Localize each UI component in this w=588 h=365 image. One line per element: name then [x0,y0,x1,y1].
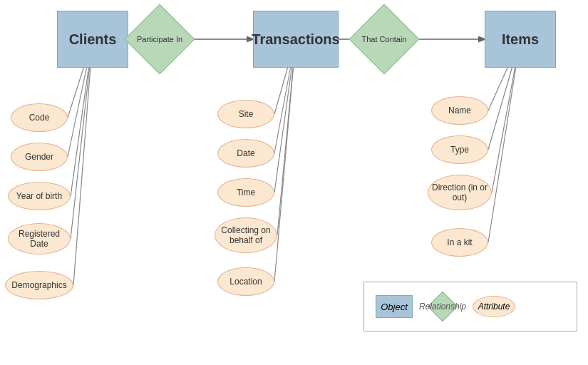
legend-object-box: Object [376,295,413,318]
attr-time: Time [217,178,274,207]
attr-kit: In a kit [431,228,488,257]
attr-code: Code [11,103,68,132]
legend-oval: Attribute [473,296,515,317]
attr-collecting: Collecting on behalf of [215,217,277,253]
entity-items: Items [485,11,556,68]
attr-name: Name [431,96,488,125]
legend-attribute: Attribute [473,296,515,317]
attr-date: Date [217,139,274,168]
participate-in-diamond [125,4,195,75]
rel-that-contain: That Contain [359,13,410,66]
legend-relationship-label: Relationship [419,302,466,312]
svg-line-17 [488,39,520,242]
legend-relationship: Relationship [427,291,458,322]
attr-demo: Demographics [5,271,73,299]
entity-transactions: Transactions [253,11,339,68]
diagram: Clients Transactions Items Participate I… [0,0,588,365]
svg-line-13 [274,39,296,282]
attr-gender: Gender [11,143,68,171]
legend-diamond-wrap: Relationship [427,291,458,322]
entity-clients: Clients [57,11,128,68]
attr-regdate: Registered Date [8,223,71,255]
rel-participate-in: Participate In [134,13,185,66]
attr-direction: Direction (in or out) [428,175,492,210]
legend-object: Object [376,295,413,318]
svg-line-7 [71,39,93,239]
svg-line-8 [73,39,93,285]
svg-line-12 [277,39,296,235]
attr-yob: Year of birth [8,182,71,210]
legend: Object Relationship Attribute [363,282,577,331]
that-contain-diamond [349,4,420,75]
attr-location: Location [217,267,274,296]
attr-type: Type [431,135,488,164]
attr-site: Site [217,100,274,128]
